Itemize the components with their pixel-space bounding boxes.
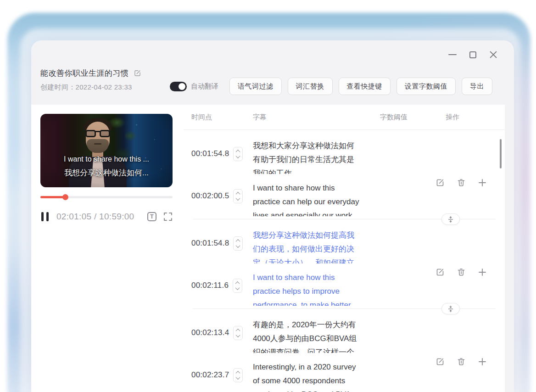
table-row: 00:01:54.8 我想分享这种做法如何提高我们的表现，如何做出更好的决定（无… <box>184 229 505 263</box>
time-stepper[interactable] <box>233 189 243 203</box>
row-actions <box>436 178 487 187</box>
subtitle-text-zh[interactable]: 有趣的是，2020年一份大约有4000人参与的由BCG和BVA组织的调查问卷，问… <box>253 318 380 353</box>
progress-handle[interactable] <box>62 194 68 200</box>
column-subtitle: 字幕 <box>253 113 380 122</box>
column-actions: 操作 <box>446 113 505 122</box>
row-actions <box>436 357 487 366</box>
time-step-down-icon[interactable] <box>236 196 240 201</box>
timestamp: 00:02:11.6 <box>191 281 229 290</box>
edit-icon[interactable] <box>436 178 445 187</box>
time-step-up-icon[interactable] <box>236 192 240 196</box>
add-icon[interactable] <box>478 178 487 187</box>
row-actions <box>436 268 487 277</box>
time-step-down-icon[interactable] <box>235 286 240 290</box>
timestamp: 00:01:54.8 <box>191 239 229 248</box>
video-panel: I want to share how this ... 我想分享这种做法如何.… <box>31 105 184 392</box>
page-title: 能改善你职业生涯的习惯 <box>40 68 129 78</box>
merge-button[interactable] <box>441 303 460 314</box>
merge-button[interactable] <box>441 213 460 225</box>
table-row: 00:02:13.4 有趣的是，2020年一份大约有4000人参与的由BCG和B… <box>184 318 505 353</box>
subtitle-text-en[interactable]: I want to share how thispractice helps t… <box>253 271 380 306</box>
player-controls: 02:01:05 / 10:59:00 T <box>40 210 173 224</box>
column-threshold: 字数阈值 <box>380 113 446 122</box>
subtitle-text-zh[interactable]: 我想和大家分享这种做法如何有助于我们的日常生活尤其是我们的工作 <box>253 139 380 174</box>
set-threshold-button[interactable]: 设置字数阈值 <box>396 78 456 95</box>
timestamp: 00:01:54.8 <box>191 149 229 158</box>
time-step-down-icon[interactable] <box>236 375 240 380</box>
subtitle-text-en[interactable]: I want to share how thispractice can hel… <box>253 181 380 216</box>
time-stepper[interactable] <box>233 368 243 382</box>
time-stepper[interactable] <box>233 147 243 161</box>
table-header: 时间点 字幕 字数阈值 操作 <box>184 105 505 130</box>
minimize-icon[interactable] <box>448 54 457 55</box>
delete-icon[interactable] <box>457 268 466 277</box>
add-icon[interactable] <box>478 357 487 366</box>
header: 能改善你职业生涯的习惯 创建时间：2022-04-02 23:33 自动翻译 语… <box>31 40 514 105</box>
view-shortcuts-button[interactable]: 查看快捷键 <box>339 78 391 95</box>
edit-icon[interactable] <box>436 268 445 277</box>
column-time: 时间点 <box>184 113 253 122</box>
time-step-down-icon[interactable] <box>236 243 240 248</box>
fullscreen-icon[interactable] <box>163 212 173 221</box>
edit-icon[interactable] <box>436 357 445 366</box>
pair-divider <box>193 308 496 309</box>
window-controls <box>448 50 497 59</box>
subtitle-text-zh[interactable]: 我想分享这种做法如何提高我们的表现，如何做出更好的决定（无论大小），和如何建立 <box>253 229 380 263</box>
video-subtitle-zh: 我想分享这种做法如何... <box>40 168 173 178</box>
subtitle-table: 时间点 字幕 字数阈值 操作 00:01:54.8 我想和大家分 <box>184 105 505 392</box>
filler-word-filter-button[interactable]: 语气词过滤 <box>229 78 282 95</box>
time-step-down-icon[interactable] <box>236 333 240 337</box>
time-stepper[interactable] <box>233 326 243 340</box>
video-preview[interactable]: I want to share how this ... 我想分享这种做法如何.… <box>40 114 173 187</box>
time-display: 02:01:05 / 10:59:00 <box>56 212 134 222</box>
auto-translate-label: 自动翻译 <box>191 82 218 91</box>
time-step-down-icon[interactable] <box>236 154 240 158</box>
timestamp: 00:02:23.7 <box>191 370 229 380</box>
close-icon[interactable] <box>489 50 497 59</box>
time-step-up-icon[interactable] <box>236 371 240 375</box>
video-subtitle-en: I want to share how this ... <box>40 155 173 163</box>
app-window: 能改善你职业生涯的习惯 创建时间：2022-04-02 23:33 自动翻译 语… <box>31 40 514 392</box>
timestamp: 00:02:13.4 <box>191 328 229 337</box>
progress-fill <box>40 196 66 198</box>
edit-title-icon[interactable] <box>134 69 141 77</box>
table-scrollbar[interactable] <box>500 139 502 168</box>
toolbar: 自动翻译 语气词过滤 词汇替换 查看快捷键 设置字数阈值 导出 <box>170 78 492 95</box>
merge-icon <box>447 216 454 223</box>
time-step-up-icon[interactable] <box>236 329 240 333</box>
subtitle-toggle-icon[interactable]: T <box>147 212 156 221</box>
created-time: 创建时间：2022-04-02 23:33 <box>40 83 132 92</box>
subtitle-text-en[interactable]: Interestingly, in a 2020 surveyof some 4… <box>253 360 380 392</box>
subtitle-pair-group: 00:01:54.8 我想分享这种做法如何提高我们的表现，如何做出更好的决定（无… <box>184 229 505 306</box>
progress-bar[interactable] <box>40 196 173 198</box>
timestamp: 00:02:00.5 <box>191 191 229 201</box>
toggle-knob <box>179 83 185 90</box>
content: I want to share how this ... 我想分享这种做法如何.… <box>31 105 505 392</box>
pair-divider <box>193 219 496 219</box>
add-icon[interactable] <box>478 268 487 277</box>
word-replace-button[interactable]: 词汇替换 <box>288 78 333 95</box>
pause-icon[interactable] <box>40 211 50 222</box>
subtitle-pair-group: 00:01:54.8 我想和大家分享这种做法如何有助于我们的日常生活尤其是我们的… <box>184 139 505 216</box>
delete-icon[interactable] <box>457 357 466 366</box>
time-step-up-icon[interactable] <box>236 150 240 154</box>
export-button[interactable]: 导出 <box>462 78 492 95</box>
delete-icon[interactable] <box>457 178 466 187</box>
table-row: 00:01:54.8 我想和大家分享这种做法如何有助于我们的日常生活尤其是我们的… <box>184 139 505 174</box>
auto-translate-toggle[interactable] <box>170 82 187 91</box>
maximize-icon[interactable] <box>469 51 476 58</box>
time-step-up-icon[interactable] <box>236 239 240 244</box>
merge-icon <box>447 305 454 313</box>
time-stepper[interactable] <box>233 279 242 293</box>
subtitle-pair-group: 00:02:13.4 有趣的是，2020年一份大约有4000人参与的由BCG和B… <box>184 318 505 392</box>
time-stepper[interactable] <box>233 236 243 251</box>
